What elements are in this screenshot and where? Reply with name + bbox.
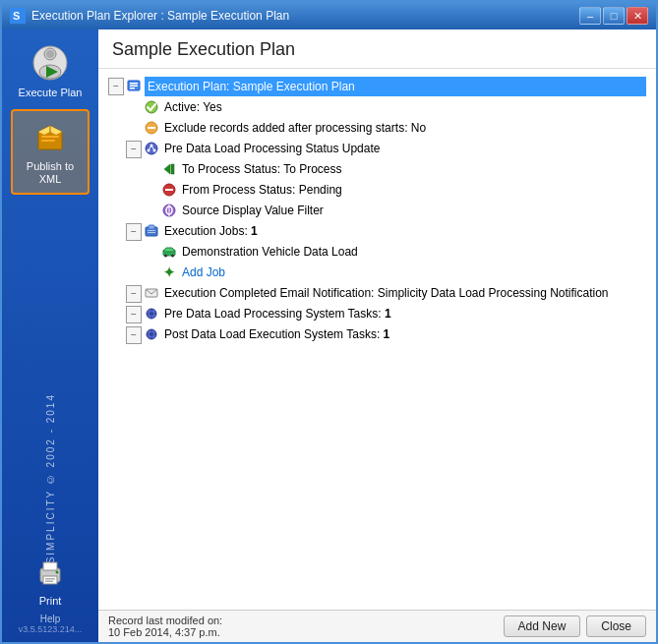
main-content: Sample Execution Plan Executio xyxy=(98,29,656,642)
tree-expander-6 xyxy=(144,203,159,220)
svg-point-5 xyxy=(46,50,54,58)
svg-point-46 xyxy=(171,255,174,258)
content-area: Execute Plan Pu xyxy=(2,29,656,642)
svg-rect-14 xyxy=(43,562,57,570)
tree-expander-4 xyxy=(144,161,159,179)
tree-row-12: Post Data Load Execution System Tasks: 1 xyxy=(126,325,646,344)
close-button[interactable]: Close xyxy=(586,615,646,637)
tree-expander-1 xyxy=(126,99,142,117)
add-new-button[interactable]: Add New xyxy=(504,615,581,637)
publish-icon xyxy=(30,117,70,156)
tree-icon-11 xyxy=(144,305,159,322)
svg-rect-42 xyxy=(148,232,155,233)
app-icon: S xyxy=(10,8,26,24)
sidebar-bottom: Help v3.5.5123.214... xyxy=(2,614,98,634)
svg-marker-44 xyxy=(163,248,175,252)
tree-icon-4 xyxy=(161,160,177,178)
tree-row-5: From Process Status: Pending xyxy=(144,181,646,200)
tree-expander-0[interactable] xyxy=(108,78,124,95)
window-close-button[interactable]: ✕ xyxy=(627,7,648,25)
tree-text-6: Source Display Value Filter xyxy=(180,202,646,219)
tree-row-7: Execution Jobs: 1 xyxy=(126,222,646,241)
tree-text-11: Pre Data Load Processing System Tasks: 1 xyxy=(162,305,646,322)
status-label: Record last modifed on: xyxy=(108,615,222,626)
svg-rect-11 xyxy=(41,136,59,138)
status-value: 10 Feb 2014, 4:37 p.m. xyxy=(108,626,222,638)
print-label: Print xyxy=(39,595,62,607)
tree-row-1: Active: Yes xyxy=(126,98,646,117)
tree-icon-1 xyxy=(144,98,159,116)
svg-point-45 xyxy=(164,255,167,258)
svg-text:S: S xyxy=(13,10,20,22)
main-header: Sample Execution Plan xyxy=(98,29,656,69)
svg-rect-40 xyxy=(149,225,154,229)
svg-rect-20 xyxy=(130,83,138,85)
svg-rect-17 xyxy=(45,581,53,583)
tree-text-10: Execution Completed Email Notification: … xyxy=(162,284,646,302)
tree-icon-3 xyxy=(144,140,159,157)
tree-row-3: Pre Data Load Processing Status Update xyxy=(126,140,646,158)
print-icon xyxy=(30,554,70,593)
status-text: Record last modifed on: 10 Feb 2014, 4:3… xyxy=(108,615,222,638)
print-button[interactable]: Print xyxy=(30,554,70,607)
svg-rect-35 xyxy=(165,189,173,191)
page-title: Sample Execution Plan xyxy=(112,39,642,60)
window-controls: – □ ✕ xyxy=(579,7,648,25)
tree-row-2: Exclude records added after processing s… xyxy=(126,119,646,138)
minimize-button[interactable]: – xyxy=(579,7,601,25)
add-job-link[interactable]: Add Job xyxy=(182,265,225,279)
tree-icon-9: ✦ xyxy=(161,263,177,281)
tree-icon-8 xyxy=(161,243,177,261)
sidebar: Execute Plan Pu xyxy=(2,29,98,642)
svg-rect-12 xyxy=(41,140,55,142)
status-buttons: Add New Close xyxy=(504,615,646,637)
svg-rect-41 xyxy=(148,230,155,231)
tree-text-3: Pre Data Load Processing Status Update xyxy=(162,140,646,157)
tree-row-9: ✦ Add Job xyxy=(144,263,646,282)
execute-plan-label: Execute Plan xyxy=(19,87,83,99)
tree-expander-12[interactable] xyxy=(126,326,142,344)
execute-icon xyxy=(30,43,70,83)
tree-area[interactable]: Execution Plan: Sample Execution Plan Ac… xyxy=(98,69,656,610)
tree-expander-11[interactable] xyxy=(126,306,142,323)
svg-rect-33 xyxy=(171,164,174,174)
tree-text-12: Post Data Load Execution System Tasks: 1 xyxy=(162,325,646,343)
svg-rect-16 xyxy=(45,578,55,580)
tree-expander-7[interactable] xyxy=(126,223,142,241)
help-label: Help xyxy=(2,614,98,624)
main-window: S Execution Plan Explorer : Sample Execu… xyxy=(0,0,658,644)
tree-row-10: Execution Completed Email Notification: … xyxy=(126,284,646,303)
publish-label: Publish to XML xyxy=(27,160,74,186)
tree-expander-2 xyxy=(126,120,142,138)
title-bar: S Execution Plan Explorer : Sample Execu… xyxy=(2,2,656,29)
publish-to-xml-button[interactable]: Publish to XML xyxy=(11,109,90,194)
window-title: Execution Plan Explorer : Sample Executi… xyxy=(31,9,289,23)
svg-point-55 xyxy=(150,332,153,336)
tree-text-0[interactable]: Execution Plan: Sample Execution Plan xyxy=(145,77,646,96)
tree-icon-12 xyxy=(144,325,159,343)
tree-row-11: Pre Data Load Processing System Tasks: 1 xyxy=(126,305,646,323)
tree-expander-3[interactable] xyxy=(126,141,142,158)
tree-text-5: From Process Status: Pending xyxy=(180,181,646,199)
tree-row-4: To Process Status: To Process xyxy=(144,160,646,179)
tree-text-9[interactable]: Add Job xyxy=(180,263,646,281)
svg-point-49 xyxy=(150,312,153,316)
svg-rect-22 xyxy=(130,88,135,89)
tree-icon-0 xyxy=(126,77,142,94)
title-bar-left: S Execution Plan Explorer : Sample Execu… xyxy=(10,8,289,24)
tree-icon-5 xyxy=(161,181,177,199)
tree-expander-10[interactable] xyxy=(126,285,142,303)
tree-text-8: Demonstration Vehicle Data Load xyxy=(180,243,646,261)
tree-row-0: Execution Plan: Sample Execution Plan xyxy=(108,77,646,96)
status-bar: Record last modifed on: 10 Feb 2014, 4:3… xyxy=(98,610,656,642)
tree-expander-9 xyxy=(144,264,159,282)
tree-text-4: To Process Status: To Process xyxy=(180,160,646,178)
svg-marker-32 xyxy=(164,164,170,174)
tree-text-7: Execution Jobs: 1 xyxy=(162,222,646,240)
sidebar-watermark: SIMPLICITY © 2002 - 2014 xyxy=(2,393,98,563)
execute-plan-button[interactable]: Execute Plan xyxy=(11,37,90,105)
maximize-button[interactable]: □ xyxy=(603,7,625,25)
svg-rect-21 xyxy=(130,86,138,88)
tree-expander-8 xyxy=(144,244,159,262)
tree-icon-2 xyxy=(144,119,159,137)
